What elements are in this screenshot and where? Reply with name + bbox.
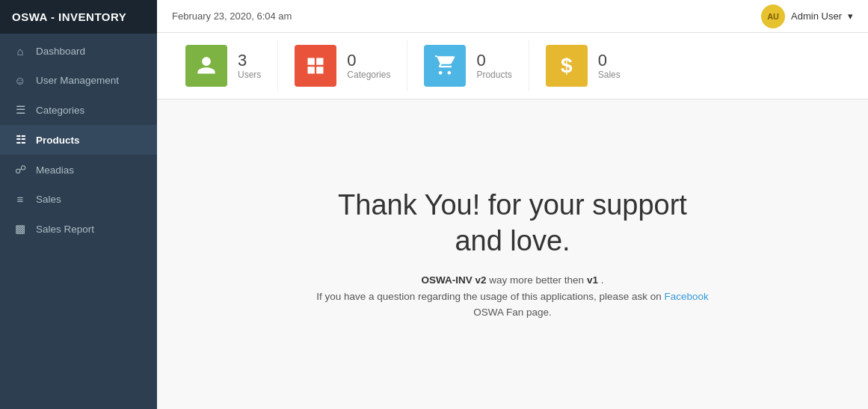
users-count: 3 (238, 52, 261, 70)
stat-card-products[interactable]: 0 Products (407, 40, 529, 91)
stats-bar: 3 Users 0 Categories 0 P (157, 33, 868, 99)
sidebar-item-categories[interactable]: ☰ Categories (0, 95, 157, 125)
categories-count: 0 (347, 52, 390, 70)
version-bold: v1 (587, 274, 598, 286)
sales-stat-icon: $ (546, 45, 588, 87)
sidebar-label-sales: Sales (36, 194, 61, 205)
sidebar-item-sales-report[interactable]: ▩ Sales Report (0, 214, 157, 244)
content-box: Thank You! for your support and love. OS… (157, 99, 868, 409)
sidebar-label-meadias: Meadias (36, 164, 74, 176)
main-content: Thank You! for your support and love. OS… (157, 99, 868, 409)
thank-you-body: OSWA-INV v2 way more better then v1 . If… (316, 272, 709, 321)
products-count: 0 (476, 52, 511, 70)
sidebar-item-user-management[interactable]: ☺ User Management (0, 66, 157, 95)
products-stat-info: 0 Products (476, 52, 511, 80)
topbar-date: February 23, 2020, 6:04 am (172, 10, 292, 22)
sidebar-item-meadias[interactable]: ☍ Meadias (0, 155, 157, 185)
sales-report-icon: ▩ (13, 222, 27, 236)
categories-icon: ☰ (13, 103, 27, 117)
sales-count: 0 (598, 52, 621, 70)
sidebar-label-products: Products (36, 135, 80, 146)
facebook-link[interactable]: Facebook (665, 291, 709, 302)
meadias-icon: ☍ (13, 163, 27, 176)
categories-stat-icon (295, 45, 336, 87)
products-stat-icon (424, 45, 466, 87)
users-label: Users (238, 70, 261, 80)
sidebar: OSWA - INVENTORY ⌂ Dashboard ☺ User Mana… (0, 0, 157, 409)
sidebar-item-products[interactable]: ☷ Products (0, 125, 157, 155)
sidebar-label-categories: Categories (36, 105, 84, 116)
user-icon: ☺ (13, 74, 27, 87)
products-icon: ☷ (13, 133, 27, 147)
categories-stat-info: 0 Categories (347, 52, 390, 80)
sidebar-logo: OSWA - INVENTORY (0, 0, 157, 34)
products-label: Products (476, 70, 511, 80)
sales-icon: ≡ (13, 193, 27, 206)
main-area: February 23, 2020, 6:04 am AU Admin User… (157, 0, 868, 409)
stat-card-sales[interactable]: $ 0 Sales (529, 40, 637, 91)
avatar: AU (761, 4, 785, 28)
sidebar-item-sales[interactable]: ≡ Sales (0, 185, 157, 214)
categories-label: Categories (347, 70, 390, 80)
users-stat-icon (185, 45, 227, 87)
stat-card-users[interactable]: 3 Users (169, 40, 278, 91)
sales-label: Sales (598, 70, 621, 80)
product-name-bold: OSWA-INV v2 (422, 274, 487, 286)
sidebar-label-sales-report: Sales Report (36, 224, 94, 235)
stat-card-categories[interactable]: 0 Categories (278, 40, 407, 91)
users-stat-info: 3 Users (238, 52, 261, 80)
user-name: Admin User (791, 10, 842, 22)
home-icon: ⌂ (13, 45, 27, 58)
sidebar-label-user-management: User Management (36, 75, 119, 86)
sidebar-nav: ⌂ Dashboard ☺ User Management ☰ Categori… (0, 37, 157, 244)
dropdown-arrow-icon: ▾ (848, 10, 853, 22)
topbar-user[interactable]: AU Admin User ▾ (761, 4, 853, 28)
sidebar-label-dashboard: Dashboard (36, 46, 85, 57)
thank-you-heading: Thank You! for your support and love. (338, 188, 687, 259)
sales-stat-info: 0 Sales (598, 52, 621, 80)
sidebar-item-dashboard[interactable]: ⌂ Dashboard (0, 37, 157, 66)
topbar: February 23, 2020, 6:04 am AU Admin User… (157, 0, 868, 33)
